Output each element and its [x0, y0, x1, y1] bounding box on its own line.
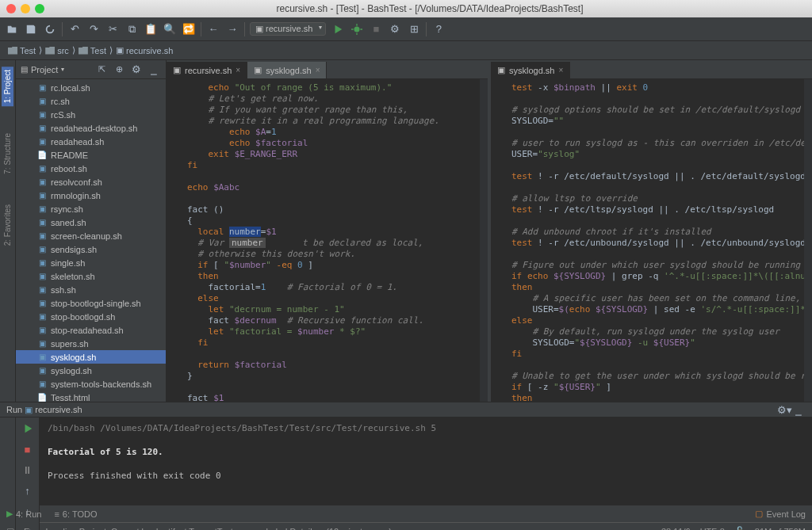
editor-tab[interactable]: ▣ recursive.sh × [167, 62, 247, 78]
run-icon[interactable] [331, 22, 345, 36]
replace-icon[interactable]: 🔁 [182, 22, 196, 36]
run-config-label: recursive.sh [266, 24, 312, 33]
tree-file-item[interactable]: ▣single.sh [16, 256, 166, 269]
project-panel: ▤ Project ▾ ⇱ ⊕ ⚙ ⎯ ▣rc.local.sh▣rc.sh▣r… [16, 60, 167, 402]
tree-file-item[interactable]: ▣readahead.sh [16, 135, 166, 148]
breadcrumb-item[interactable]: Test [79, 46, 106, 55]
editor-tabs: ▣ recursive.sh × ▣ sysklogd.sh × [167, 60, 488, 79]
tree-file-item[interactable]: ▣stop-bootlogd.sh [16, 310, 166, 323]
tree-file-item[interactable]: ▣reboot.sh [16, 162, 166, 175]
tree-file-item[interactable]: 📄README [16, 148, 166, 162]
tree-file-item[interactable]: ▣syslogd.sh [16, 364, 166, 377]
project-tool-tab[interactable]: 1: Project [2, 67, 13, 106]
minimize-icon[interactable] [21, 4, 30, 13]
open-icon[interactable] [5, 22, 19, 36]
close-tab-icon[interactable]: × [236, 66, 240, 74]
cut-icon[interactable]: ✂ [105, 22, 120, 36]
rerun-icon[interactable] [20, 421, 36, 437]
undo-icon[interactable]: ↶ [67, 22, 82, 36]
help-icon[interactable]: ? [431, 22, 446, 36]
tree-file-item[interactable]: ▣skeleton.sh [16, 269, 166, 283]
editor-tab[interactable]: ▣ sysklogd.sh × [247, 62, 327, 78]
settings-icon[interactable]: ⚙ [388, 22, 402, 36]
forward-icon[interactable]: → [225, 22, 239, 36]
tree-file-item[interactable]: ▣readahead-desktop.sh [16, 121, 166, 135]
close-icon[interactable] [6, 4, 16, 13]
tree-file-item[interactable]: ▣rc.sh [16, 94, 166, 108]
console-output[interactable]: /bin/bash /Volumes/DATA/IdeaProjects/Bas… [40, 418, 812, 530]
lock-icon[interactable]: 🔓 [734, 526, 745, 530]
run-config-name: recursive.sh [35, 405, 82, 414]
editor-area: ▣ recursive.sh × ▣ sysklogd.sh × echo "O… [167, 60, 812, 402]
paste-icon[interactable]: 📋 [144, 22, 158, 36]
error-stripe[interactable] [480, 79, 488, 402]
up-icon[interactable]: ↑ [20, 482, 36, 498]
tree-file-item[interactable]: ▣system-tools-backends.sh [16, 377, 166, 391]
editor-tab[interactable]: ▣ sysklogd.sh × [491, 62, 570, 78]
pause-icon[interactable]: ⏸ [20, 462, 36, 478]
code-editor[interactable]: test -x $binpath || exit 0 # syslogd opt… [491, 79, 812, 402]
caret-position[interactable]: 38:11/6 [661, 527, 691, 531]
copy-icon[interactable]: ⧉ [124, 22, 139, 36]
code-editor[interactable]: echo "Out of range (5 is maximum)." # Le… [167, 79, 488, 402]
gear-icon[interactable]: ⚙ [129, 63, 144, 77]
tree-file-item[interactable]: ▣sendsigs.sh [16, 242, 166, 256]
zoom-icon[interactable] [35, 4, 44, 13]
run-tab[interactable]: ▶ 4: Run [6, 509, 41, 519]
favorites-tool-tab[interactable]: 2: Favorites [2, 201, 13, 249]
console-stdout: Factorial of 5 is 120. [48, 446, 804, 458]
tree-file-item[interactable]: ▣sysklogd.sh [16, 350, 166, 364]
hide-icon[interactable]: ⎯ [147, 63, 161, 77]
hide-icon[interactable]: ⎯ [791, 402, 806, 417]
close-tab-icon[interactable]: × [316, 66, 320, 74]
tree-file-item[interactable]: 📄Tesst.html [16, 391, 166, 402]
redo-icon[interactable]: ↷ [86, 22, 101, 36]
debug-icon[interactable] [350, 22, 364, 36]
tree-file-item[interactable]: ▣screen-cleanup.sh [16, 229, 166, 242]
editor-left: ▣ recursive.sh × ▣ sysklogd.sh × echo "O… [167, 60, 488, 402]
stop-icon[interactable]: ■ [20, 441, 36, 457]
project-tree[interactable]: ▣rc.local.sh▣rc.sh▣rcS.sh▣readahead-desk… [16, 79, 166, 402]
run-config-selector[interactable]: ▣ recursive.sh [250, 22, 326, 36]
project-panel-title: Project [31, 65, 58, 74]
console-exit: Process finished with exit code 0 [48, 470, 804, 482]
status-icon[interactable]: ▢ [6, 526, 14, 530]
gear-icon[interactable]: ⚙▾ [777, 402, 791, 417]
tree-file-item[interactable]: ▣rcS.sh [16, 108, 166, 121]
save-icon[interactable] [24, 22, 38, 36]
status-message[interactable]: Error Loading Project: Cannot load artif… [24, 527, 392, 531]
breadcrumb-item[interactable]: ▣ recursive.sh [116, 45, 173, 55]
tree-file-item[interactable]: ▣rmnologin.sh [16, 189, 166, 202]
tree-file-item[interactable]: ▣ssh.sh [16, 283, 166, 296]
collapse-icon[interactable]: ⇱ [94, 63, 109, 77]
run-panel-header: Run ▣ recursive.sh ⚙▾ ⎯ [0, 402, 812, 418]
left-tool-stripe: 1: Project 7: Structure 2: Favorites [0, 60, 16, 402]
breadcrumb-item[interactable]: src [45, 46, 69, 55]
todo-tab[interactable]: ≡ 6: TODO [54, 509, 97, 519]
event-log-tab[interactable]: ▢ Event Log [755, 509, 806, 519]
window-controls [6, 4, 44, 13]
error-stripe[interactable] [804, 79, 812, 402]
tree-file-item[interactable]: ▣stop-readahead.sh [16, 323, 166, 337]
structure-icon[interactable]: ⊞ [407, 22, 421, 36]
back-icon[interactable]: ← [206, 22, 220, 36]
sync-icon[interactable] [43, 22, 57, 36]
stop-icon[interactable]: ■ [369, 22, 383, 36]
structure-tool-tab[interactable]: 7: Structure [2, 130, 13, 177]
tree-file-item[interactable]: ▣saned.sh [16, 215, 166, 229]
tree-file-item[interactable]: ▣stop-bootlogd-single.sh [16, 296, 166, 310]
tree-file-item[interactable]: ▣rsync.sh [16, 202, 166, 215]
breadcrumb-item[interactable]: Test [8, 46, 36, 55]
scroll-to-icon[interactable]: ⊕ [112, 63, 126, 77]
tree-file-item[interactable]: ▣resolvconf.sh [16, 175, 166, 189]
memory-indicator[interactable]: 81M of 759M [755, 527, 806, 531]
project-panel-header: ▤ Project ▾ ⇱ ⊕ ⚙ ⎯ [16, 60, 166, 79]
find-icon[interactable]: 🔍 [163, 22, 177, 36]
titlebar: recursive.sh - [Test] - BashTest - [/Vol… [0, 0, 812, 17]
tree-file-item[interactable]: ▣rc.local.sh [16, 81, 166, 94]
close-tab-icon[interactable]: × [558, 66, 563, 74]
main-area: 1: Project 7: Structure 2: Favorites ▤ P… [0, 60, 812, 402]
tree-file-item[interactable]: ▣supers.sh [16, 337, 166, 350]
folder-icon: ▤ [21, 65, 28, 74]
encoding[interactable]: UTF-8 [700, 527, 725, 531]
